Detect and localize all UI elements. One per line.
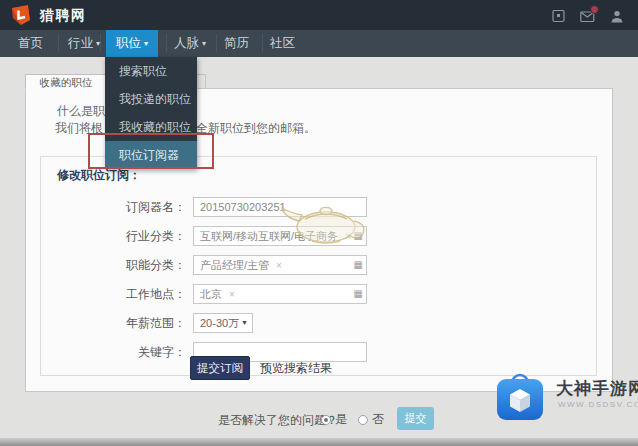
nav-separator — [216, 34, 217, 52]
nav-label: 行业 — [68, 36, 93, 50]
grid-picker-icon[interactable]: ▦ — [354, 227, 363, 245]
nav-separator — [262, 34, 263, 52]
annotation-highlight-box — [88, 133, 214, 169]
remove-tag-icon[interactable]: × — [229, 289, 235, 300]
form-heading: 修改职位订阅： — [57, 167, 141, 184]
remove-tag-icon[interactable]: × — [276, 260, 282, 271]
site-watermark-name: 大神手游网 — [556, 377, 638, 400]
intro-text-line1: 什么是职 — [57, 103, 105, 120]
field-label-function: 职能分类： — [56, 255, 186, 275]
function-category-picker[interactable]: 产品经理/主管× ▦ — [193, 255, 367, 275]
intro-text-line2-right: 全新职位到您的邮箱。 — [196, 120, 316, 137]
mobile-app-icon[interactable] — [552, 9, 567, 22]
tab-label: 收藏的职位 — [40, 76, 93, 88]
site-watermark-url: www.dsdsv.com — [558, 400, 638, 409]
topbar: 猎聘网 — [0, 0, 638, 30]
nav-label: 首页 — [18, 36, 43, 50]
field-label-location: 工作地点： — [56, 284, 186, 304]
feedback-no-label[interactable]: 否 — [372, 411, 384, 428]
field-label-salary: 年薪范围： — [56, 313, 186, 333]
tab-favorited-jobs[interactable]: 收藏的职位 — [25, 74, 107, 90]
salary-range-select[interactable]: 20-30万 ▼ — [193, 313, 253, 333]
feedback-question: 是否解决了您的问题？ — [218, 412, 338, 429]
field-label-keyword: 关键字： — [56, 342, 186, 362]
subscriber-name-input[interactable]: 20150730203251 — [193, 197, 367, 217]
field-value: 北京 — [200, 288, 222, 300]
grid-picker-icon[interactable]: ▦ — [354, 256, 363, 274]
nav-label: 职位 — [116, 36, 141, 50]
dropdown-item-applied-jobs[interactable]: 我投递的职位 — [105, 85, 197, 113]
nav-separator — [100, 34, 101, 52]
hidden-tab-edge — [197, 74, 206, 89]
dropdown-item-search-jobs[interactable]: 搜索职位 — [105, 57, 197, 85]
notification-dot — [590, 5, 599, 14]
feedback-no-radio[interactable] — [358, 415, 368, 425]
chevron-down-icon: ▾ — [202, 39, 206, 48]
main-nav: 首页 行业▾ 职位▾ 人脉▾ 简历 社区 — [0, 30, 638, 57]
nav-separator — [58, 34, 59, 52]
nav-label: 简历 — [224, 36, 249, 50]
submit-subscription-button[interactable]: 提交订阅 — [190, 356, 250, 380]
nav-separator — [166, 34, 167, 52]
brand-name: 猎聘网 — [40, 7, 87, 25]
field-value: 20150730203251 — [200, 201, 286, 213]
nav-item-community[interactable]: 社区 — [270, 30, 295, 57]
nav-label: 社区 — [270, 36, 295, 50]
nav-item-resume[interactable]: 简历 — [224, 30, 249, 57]
work-location-picker[interactable]: 北京× ▦ — [193, 284, 367, 304]
select-caret-icon: ▼ — [241, 314, 248, 332]
chevron-down-icon: ▾ — [144, 39, 148, 48]
nav-item-positions[interactable]: 职位▾ — [106, 30, 158, 57]
field-value: 20-30万 — [200, 317, 239, 329]
feedback-yes-label[interactable]: 是 — [335, 411, 347, 428]
field-value: 互联网/移动互联网/电子商务 — [200, 230, 338, 242]
user-icon[interactable] — [610, 9, 625, 22]
nav-item-home[interactable]: 首页 — [18, 30, 43, 57]
grid-picker-icon[interactable]: ▦ — [354, 285, 363, 303]
field-label-industry: 行业分类： — [56, 226, 186, 246]
remove-tag-icon[interactable]: × — [345, 231, 351, 242]
industry-category-picker[interactable]: 互联网/移动互联网/电子商务× ▦ — [193, 226, 367, 246]
liepin-app-window: 猎聘网 首页 行业▾ — [0, 0, 638, 446]
nav-item-industry[interactable]: 行业▾ — [68, 30, 100, 57]
liepin-logo-icon — [10, 4, 32, 26]
feedback-yes-radio[interactable] — [321, 415, 331, 425]
bottom-edge-shadow — [0, 438, 638, 446]
site-watermark-cube-icon — [496, 373, 544, 425]
nav-label: 人脉 — [174, 36, 199, 50]
field-label-subscriber-name: 订阅器名： — [56, 197, 186, 217]
feedback-submit-button[interactable]: 提交 — [397, 407, 434, 430]
preview-results-link[interactable]: 预览搜索结果 — [260, 360, 332, 377]
nav-item-connections[interactable]: 人脉▾ — [174, 30, 206, 57]
field-value: 产品经理/主管 — [200, 259, 269, 271]
